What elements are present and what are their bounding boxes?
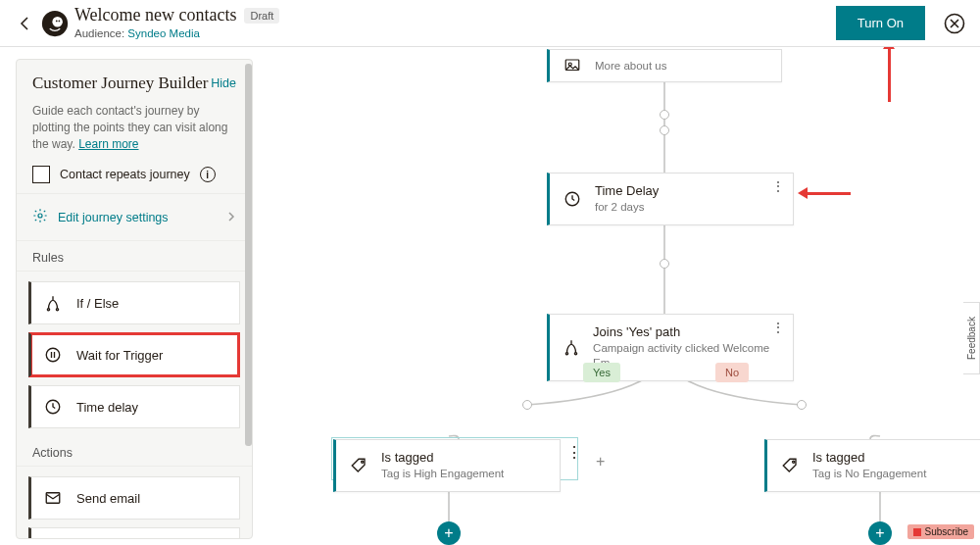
add-point-dot[interactable] xyxy=(660,110,669,120)
svg-point-23 xyxy=(793,461,795,463)
edit-journey-settings[interactable]: Edit journey settings xyxy=(17,193,252,241)
clock-icon xyxy=(43,398,63,416)
rules-section-label: Rules xyxy=(17,241,252,272)
svg-point-20 xyxy=(565,353,567,355)
sidebar-title: Customer Journey Builder xyxy=(32,74,208,93)
add-point-dot[interactable] xyxy=(797,400,807,410)
add-point-dot[interactable] xyxy=(660,259,669,269)
svg-point-3 xyxy=(59,20,61,22)
svg-point-2 xyxy=(56,20,58,22)
rule-if-else[interactable]: If / Else xyxy=(28,281,240,324)
svg-point-1 xyxy=(52,17,63,27)
node-is-tagged-high[interactable]: Is tagged Tag is High Engagement xyxy=(333,439,561,492)
action-send-email[interactable]: Send email xyxy=(28,476,240,520)
page-title: Welcome new contacts xyxy=(74,6,236,25)
info-icon[interactable]: i xyxy=(200,167,216,182)
mailchimp-logo xyxy=(41,10,69,37)
node-email-more-about-us[interactable]: More about us xyxy=(547,49,782,82)
contact-repeats-label: Contact repeats journey xyxy=(60,168,190,181)
turn-on-button[interactable]: Turn On xyxy=(836,6,925,40)
audience-link[interactable]: Syndeo Media xyxy=(127,27,200,39)
svg-point-21 xyxy=(574,353,576,355)
svg-point-6 xyxy=(47,309,49,311)
feedback-tab[interactable]: Feedback xyxy=(963,302,980,374)
branch-label-no: No xyxy=(715,363,749,382)
add-between-button[interactable]: + xyxy=(596,453,605,471)
sidebar-scrollbar[interactable] xyxy=(245,64,252,534)
email-icon xyxy=(43,489,63,507)
sidebar-description: Guide each contact's journey by plotting… xyxy=(32,103,236,152)
rule-time-delay[interactable]: Time delay xyxy=(28,385,240,428)
svg-point-8 xyxy=(46,349,60,363)
sidebar: Customer Journey Builder Hide Guide each… xyxy=(16,59,253,539)
node-is-tagged-no[interactable]: Is tagged Tag is No Engagement xyxy=(764,439,980,492)
branch-icon xyxy=(562,338,581,356)
record-icon xyxy=(913,528,921,536)
chevron-right-icon xyxy=(226,211,236,224)
close-button[interactable] xyxy=(943,12,966,35)
svg-point-7 xyxy=(56,309,58,311)
actions-section-label: Actions xyxy=(17,436,252,467)
app-header: Welcome new contacts Draft Audience: Syn… xyxy=(0,0,980,47)
kebab-menu-icon[interactable]: ⋮ xyxy=(771,321,785,334)
kebab-menu-icon[interactable]: ⋮ xyxy=(771,179,785,193)
tag-icon xyxy=(779,457,801,474)
add-step-button[interactable]: + xyxy=(437,521,461,545)
node-time-delay[interactable]: Time Delay for 2 days ⋮ xyxy=(547,173,794,225)
annotation-line xyxy=(808,192,851,195)
title-block: Welcome new contacts Draft Audience: Syn… xyxy=(74,6,279,39)
svg-point-22 xyxy=(362,461,364,463)
svg-point-5 xyxy=(38,214,42,218)
branch-label-yes: Yes xyxy=(583,363,620,382)
gear-icon xyxy=(32,208,48,226)
tag-icon xyxy=(348,457,369,474)
clock-icon xyxy=(562,190,583,208)
add-point-dot[interactable] xyxy=(660,125,669,135)
rule-wait-for-trigger[interactable]: Wait for Trigger xyxy=(28,332,240,377)
annotation-arrow-left xyxy=(798,187,808,199)
annotation-line xyxy=(888,47,891,102)
pause-icon xyxy=(43,346,63,364)
kebab-menu-icon[interactable]: ⋮ xyxy=(566,443,582,462)
action-group-ungroup[interactable]: Group/Ungroup xyxy=(28,527,240,539)
add-point-dot[interactable] xyxy=(522,400,532,410)
add-step-button[interactable]: + xyxy=(868,521,892,545)
learn-more-link[interactable]: Learn more xyxy=(78,137,138,151)
audience-prefix: Audience: xyxy=(74,27,124,39)
image-icon xyxy=(562,57,583,74)
status-chip-draft: Draft xyxy=(244,8,279,24)
main-region: Customer Journey Builder Hide Guide each… xyxy=(0,47,980,545)
recorder-watermark: Subscribe xyxy=(907,524,974,539)
back-button[interactable] xyxy=(14,12,37,35)
branch-icon xyxy=(43,294,63,312)
journey-canvas[interactable]: More about us Time Delay for 2 days ⋮ Jo… xyxy=(253,47,980,545)
contact-repeats-checkbox[interactable] xyxy=(32,166,50,183)
hide-sidebar-link[interactable]: Hide xyxy=(211,76,236,90)
